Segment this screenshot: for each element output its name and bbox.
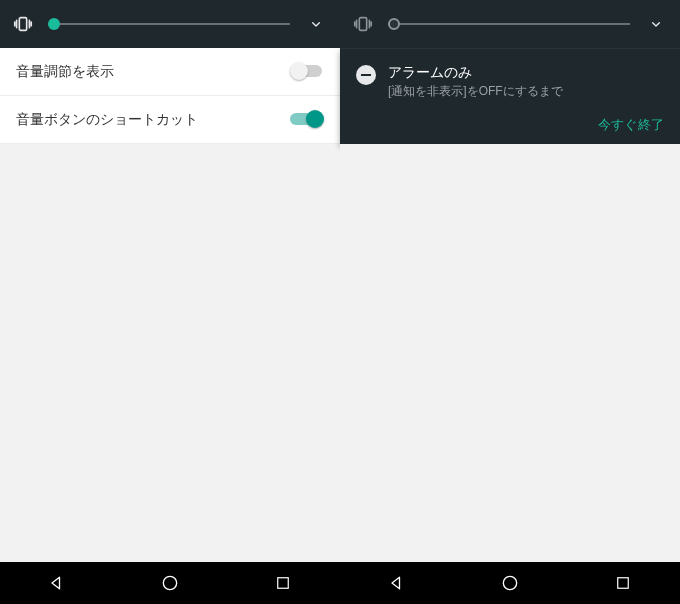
expand-icon[interactable] <box>644 12 668 36</box>
toggle-volume-button-shortcut[interactable] <box>290 110 324 130</box>
back-icon[interactable] <box>386 572 408 594</box>
navigation-bar <box>340 562 680 604</box>
vibrate-icon[interactable] <box>352 13 374 35</box>
dnd-notification: アラームのみ [通知を非表示]をOFFにするまで 今すぐ終了 <box>340 48 680 144</box>
do-not-disturb-icon <box>356 65 376 85</box>
toggle-show-volume-adjust[interactable] <box>290 62 324 82</box>
setting-volume-button-shortcut[interactable]: 音量ボタンのショートカット <box>0 96 340 144</box>
recent-apps-icon[interactable] <box>272 572 294 594</box>
notification-title: アラームのみ <box>388 63 563 81</box>
navigation-bar <box>0 562 340 604</box>
svg-rect-5 <box>618 578 629 589</box>
back-icon[interactable] <box>46 572 68 594</box>
volume-slider[interactable] <box>388 12 630 36</box>
setting-label: 音量調節を表示 <box>16 63 114 81</box>
vibrate-icon[interactable] <box>12 13 34 35</box>
home-icon[interactable] <box>159 572 181 594</box>
volume-bar <box>340 0 680 48</box>
volume-slider[interactable] <box>48 12 290 36</box>
svg-point-4 <box>503 576 516 589</box>
right-screen: アラームのみ [通知を非表示]をOFFにするまで 今すぐ終了 <box>340 0 680 604</box>
svg-point-1 <box>163 576 176 589</box>
end-now-button[interactable]: 今すぐ終了 <box>356 116 664 134</box>
notification-subtitle: [通知を非表示]をOFFにするまで <box>388 83 563 100</box>
setting-show-volume-adjust[interactable]: 音量調節を表示 <box>0 48 340 96</box>
empty-content-area <box>0 144 340 604</box>
svg-rect-3 <box>359 18 366 31</box>
recent-apps-icon[interactable] <box>612 572 634 594</box>
left-screen: 音量調節を表示 音量ボタンのショートカット <box>0 0 340 604</box>
expand-icon[interactable] <box>304 12 328 36</box>
setting-label: 音量ボタンのショートカット <box>16 111 198 129</box>
home-icon[interactable] <box>499 572 521 594</box>
svg-rect-0 <box>19 18 26 31</box>
settings-list: 音量調節を表示 音量ボタンのショートカット <box>0 48 340 144</box>
empty-content-area <box>340 144 680 604</box>
volume-bar <box>0 0 340 48</box>
svg-rect-2 <box>278 578 289 589</box>
